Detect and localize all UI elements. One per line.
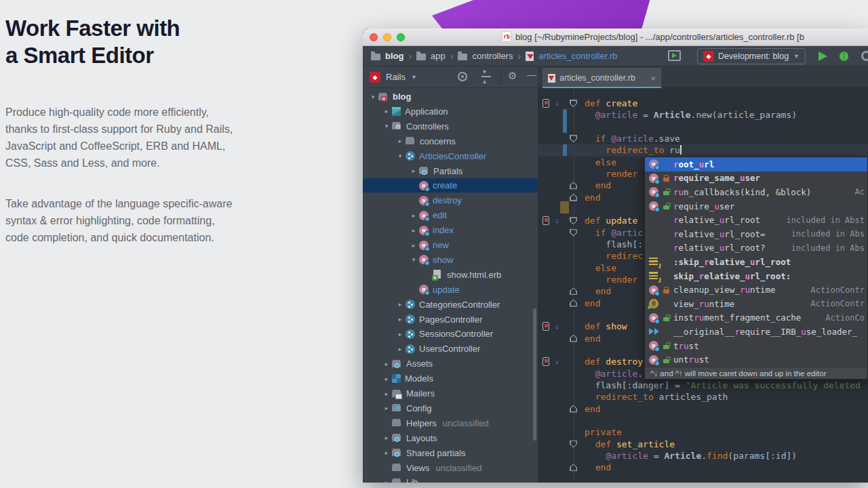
rails-action-gutter-icon[interactable]: ↓: [542, 99, 559, 108]
tree-row-helpers[interactable]: Helpersunclassified: [363, 416, 538, 430]
rails-action-gutter-icon[interactable]: ↓: [542, 322, 559, 331]
fold-collapse-icon[interactable]: [570, 441, 577, 448]
tree-row-views[interactable]: Viewsunclassified: [363, 461, 538, 475]
chevron-collapsed-icon[interactable]: ▸: [395, 301, 405, 308]
close-window-button[interactable]: [370, 33, 378, 41]
completion-item-relative-url-root-[interactable]: relative_url_root?included in Abs: [645, 241, 867, 256]
tree-row-partials[interactable]: ▸Partials: [363, 164, 538, 178]
locate-file-button[interactable]: [458, 72, 467, 81]
chevron-down-icon[interactable]: ▼: [411, 74, 417, 81]
run-anything-icon[interactable]: [668, 50, 681, 61]
breadcrumb-item-app[interactable]: app: [416, 51, 446, 61]
chevron-collapsed-icon[interactable]: ▸: [382, 405, 391, 411]
tree-row-config[interactable]: ▸Config: [363, 401, 538, 415]
breadcrumb-item-file[interactable]: articles_controller.rb: [526, 51, 617, 61]
tree-row-assets[interactable]: ▸Assets: [363, 357, 538, 371]
project-view-selector[interactable]: Rails: [386, 72, 406, 82]
chevron-collapsed-icon[interactable]: ▸: [395, 138, 405, 144]
fold-expand-icon[interactable]: [570, 182, 577, 189]
fold-collapse-icon[interactable]: [570, 217, 577, 224]
tree-row-blog[interactable]: ▾blog: [363, 89, 538, 104]
hide-panel-button[interactable]: —: [527, 69, 536, 80]
chevron-collapsed-icon[interactable]: ▸: [409, 242, 418, 249]
fold-expand-icon[interactable]: [570, 300, 577, 307]
chevron-collapsed-icon[interactable]: ▸: [395, 346, 405, 352]
fold-expand-icon[interactable]: [570, 194, 577, 201]
chevron-collapsed-icon[interactable]: ▸: [382, 479, 391, 483]
settings-gear-icon[interactable]: ⚙: [508, 70, 517, 82]
completion-item-run-callbacks-kind-block-[interactable]: mrun_callbacks(kind, &block)Ac: [645, 185, 867, 199]
tree-row-mailers[interactable]: ▸Mailers: [363, 386, 538, 401]
tree-row-new[interactable]: ▸mnew: [363, 238, 538, 252]
completion-item-skip-relative-url-root-[interactable]: skip_relative_url_root:: [645, 269, 867, 283]
tree-row-shared-partials[interactable]: ▸Shared partials: [363, 446, 538, 460]
fold-expand-icon[interactable]: [570, 405, 577, 413]
rails-action-gutter-icon[interactable]: ↓: [542, 216, 559, 226]
tree-row-userscontroller[interactable]: ▸UsersController: [363, 342, 538, 356]
completion-item-require-user[interactable]: mrequire_user: [645, 199, 867, 214]
fold-collapse-icon[interactable]: [570, 135, 577, 142]
tree-row-destroy[interactable]: mdestroy: [363, 193, 538, 207]
chevron-collapsed-icon[interactable]: ▸: [395, 331, 405, 338]
run-button[interactable]: [818, 52, 827, 61]
chevron-collapsed-icon[interactable]: ▸: [382, 390, 391, 397]
chevron-collapsed-icon[interactable]: ▸: [409, 212, 418, 219]
completion-item-instrument-fragment-cache[interactable]: minstrument_fragment_cacheActionCo: [645, 311, 867, 325]
tree-row-concerns[interactable]: ▸concerns: [363, 134, 538, 148]
tree-row-show-html-erb[interactable]: show.html.erb: [363, 268, 538, 282]
tree-row-models[interactable]: ▸Models: [363, 371, 538, 386]
completion-item-relative-url-root-[interactable]: relative_url_root=included in Abs: [645, 227, 867, 241]
tree-row-index[interactable]: ▸mindex: [363, 223, 538, 237]
tree-row-sessionscontroller[interactable]: ▸SessionsController: [363, 327, 538, 341]
chevron-collapsed-icon[interactable]: ▸: [382, 375, 391, 382]
completion-item-relative-url-root[interactable]: relative_url_rootincluded in Abst: [645, 213, 867, 227]
tree-row-articlescontroller[interactable]: ▾ArticlesController: [363, 149, 538, 163]
chevron-collapsed-icon[interactable]: ▸: [409, 227, 418, 234]
chevron-collapsed-icon[interactable]: ▸: [395, 316, 405, 323]
fold-expand-icon[interactable]: [570, 464, 577, 471]
completion-item-view-runtime[interactable]: @view_runtimeActionContr: [645, 297, 867, 311]
chevron-collapsed-icon[interactable]: ▸: [382, 434, 391, 441]
chevron-collapsed-icon[interactable]: ▸: [409, 167, 418, 174]
completion-item-cleanup-view-runtime[interactable]: mcleanup_view_runtimeActionContr: [645, 283, 867, 297]
run-configuration-selector[interactable]: ◆ Development: blog ▼: [697, 48, 806, 64]
coverage-button[interactable]: [861, 51, 868, 61]
completion-item--original-require-irb-use-loader-[interactable]: __original__require__IRB_use_loader_: [645, 325, 867, 339]
tree-row-lib[interactable]: ▸Lib: [363, 475, 538, 483]
tree-row-layouts[interactable]: ▸Layouts: [363, 431, 538, 445]
tree-row-controllers[interactable]: ▾Controllers: [363, 119, 538, 134]
tree-row-application[interactable]: ▸Application: [363, 104, 538, 119]
tab-close-icon[interactable]: ×: [650, 73, 656, 83]
chevron-collapsed-icon[interactable]: ▸: [382, 108, 391, 115]
tree-row-pagescontroller[interactable]: ▸PagesController: [363, 312, 538, 327]
chevron-expanded-icon[interactable]: ▾: [395, 152, 405, 159]
collapse-all-button[interactable]: [481, 71, 491, 82]
code-editor[interactable]: def create @article = Article.new(articl…: [538, 88, 868, 483]
fold-collapse-icon[interactable]: [570, 100, 577, 107]
fold-expand-icon[interactable]: [570, 287, 577, 295]
tree-row-show[interactable]: ▾mshow: [363, 253, 538, 267]
tree-row-edit[interactable]: ▸medit: [363, 208, 538, 222]
breadcrumb-item-blog[interactable]: blog: [371, 51, 403, 61]
fold-collapse-icon[interactable]: [570, 229, 577, 237]
breadcrumb-item-controllers[interactable]: controllers: [458, 51, 513, 61]
chevron-collapsed-icon[interactable]: ▸: [382, 361, 391, 367]
tree-row-categoriescontroller[interactable]: ▸CategoriesController: [363, 298, 538, 312]
completion-item-require-same-user[interactable]: mrequire_same_user: [645, 171, 867, 186]
fold-expand-icon[interactable]: [570, 335, 577, 342]
editor-tab-articles-controller[interactable]: articles_controller.rb ×: [542, 68, 661, 88]
minimize-window-button[interactable]: [383, 33, 391, 41]
chevron-expanded-icon[interactable]: ▾: [409, 256, 418, 263]
chevron-expanded-icon[interactable]: ▾: [368, 94, 378, 100]
completion-item-root-url[interactable]: mroot_url: [645, 157, 867, 171]
chevron-collapsed-icon[interactable]: ▸: [382, 449, 391, 456]
chevron-expanded-icon[interactable]: ▾: [382, 123, 391, 129]
completion-item-untrust[interactable]: muntrust: [645, 352, 867, 367]
debug-button[interactable]: [840, 52, 848, 61]
rails-action-gutter-icon[interactable]: ↓: [542, 357, 559, 367]
completion-item--skip-relative-url-root[interactable]: :skip_relative_url_root: [645, 255, 867, 269]
tree-row-update[interactable]: mupdate: [363, 283, 538, 297]
zoom-window-button[interactable]: [397, 33, 405, 41]
completion-item-trust[interactable]: mtrust: [645, 339, 867, 353]
tree-row-create[interactable]: mcreate: [363, 178, 538, 192]
